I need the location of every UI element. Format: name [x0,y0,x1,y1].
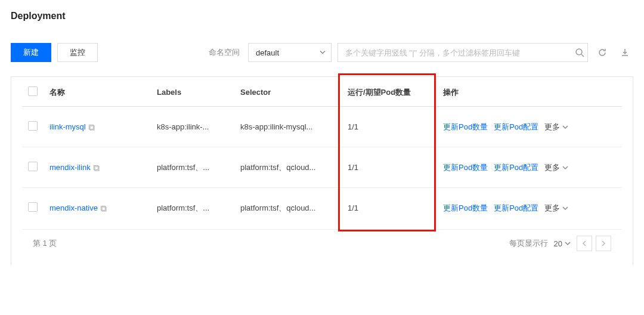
search-icon [575,48,584,57]
caret-down-icon [565,240,571,246]
update-pod-config-link[interactable]: 更新Pod配置 [494,122,538,131]
caret-down-icon [562,205,568,211]
header-labels: Labels [151,77,234,107]
header-name: 名称 [44,77,151,107]
deployment-name-link[interactable]: ilink-mysql [49,122,86,131]
caret-down-icon [562,124,568,130]
namespace-selected: default [256,48,279,57]
row-checkbox[interactable] [28,202,38,212]
namespace-label: 命名空间 [209,47,240,58]
labels-cell: platform:tsf、... [151,188,234,228]
table-row: ilink-mysqlk8s-app:ilink-...k8s-app:ilin… [22,107,622,147]
selector-cell: platform:tsf、qcloud... [234,147,342,188]
svg-line-1 [581,54,584,57]
labels-cell: platform:tsf、... [151,147,234,188]
deployment-name-link[interactable]: mendix-ilink [49,163,91,172]
update-pod-count-link[interactable]: 更新Pod数量 [443,122,488,131]
pods-cell: 1/1 [342,147,437,188]
refresh-button[interactable] [594,43,611,62]
table-row: mendix-nativeplatform:tsf、...platform:ts… [22,188,622,228]
chevron-right-icon [600,240,606,246]
more-actions[interactable]: 更多 [544,203,568,212]
prev-page-button[interactable] [577,236,592,251]
chevron-left-icon [581,240,587,246]
rows-per-page-label: 每页显示行 [509,238,548,249]
toolbar: 新建 监控 命名空间 default [11,43,633,62]
monitor-button[interactable]: 监控 [57,43,98,62]
copy-icon[interactable] [93,165,100,172]
selector-cell: platform:tsf、qcloud... [234,188,342,228]
page-title: Deployment [11,11,633,21]
table-row: mendix-ilinkplatform:tsf、...platform:tsf… [22,147,622,188]
download-button[interactable] [617,43,633,62]
update-pod-count-link[interactable]: 更新Pod数量 [443,203,488,212]
download-icon [620,48,630,57]
create-button[interactable]: 新建 [11,43,51,62]
more-actions[interactable]: 更多 [544,163,568,172]
namespace-select[interactable]: default [248,43,332,62]
caret-down-icon [320,48,326,57]
deployments-table: 名称 Labels Selector 运行/期望Pod数量 操作 ilink-m… [22,77,622,228]
update-pod-count-link[interactable]: 更新Pod数量 [443,163,488,172]
search-input[interactable] [338,43,588,62]
pods-cell: 1/1 [342,188,437,228]
svg-point-0 [576,49,582,55]
refresh-icon [597,48,607,57]
next-page-button[interactable] [596,236,611,251]
page-info: 第 1 页 [33,238,57,249]
row-checkbox[interactable] [28,121,38,131]
copy-icon[interactable] [100,205,107,212]
more-actions[interactable]: 更多 [544,122,568,131]
labels-cell: k8s-app:ilink-... [151,107,234,147]
header-ops: 操作 [437,77,622,107]
search-button[interactable] [575,48,584,57]
update-pod-config-link[interactable]: 更新Pod配置 [494,203,538,212]
selector-cell: k8s-app:ilink-mysql... [234,107,342,147]
copy-icon[interactable] [88,124,95,131]
pods-cell: 1/1 [342,107,437,147]
select-all-checkbox[interactable] [28,87,38,96]
caret-down-icon [562,165,568,171]
rows-per-page-select[interactable]: 20 [552,239,573,248]
header-selector: Selector [234,77,342,107]
header-pods: 运行/期望Pod数量 [342,77,437,107]
row-checkbox[interactable] [28,162,38,171]
update-pod-config-link[interactable]: 更新Pod配置 [494,163,538,172]
deployment-name-link[interactable]: mendix-native [49,203,98,212]
